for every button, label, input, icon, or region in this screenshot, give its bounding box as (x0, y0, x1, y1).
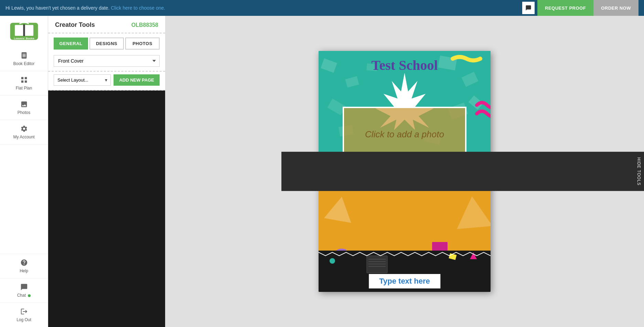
book-icon (20, 52, 28, 59)
grid-icon (20, 76, 28, 84)
logout-icon (20, 308, 28, 315)
photo-placeholder-text: Click to add a photo (365, 129, 444, 140)
chat-online-dot (28, 294, 31, 297)
creator-tools-header: Creator Tools OLB88358 (48, 16, 165, 33)
tab-general[interactable]: GENERAL (54, 38, 88, 50)
layout-select-wrap: Select Layout... Layout 1 Layout 2 ▼ (54, 74, 111, 86)
sidebar-item-my-account-label: My Account (13, 135, 34, 139)
chat-bubble-icon (525, 5, 532, 11)
creator-tools-title: Creator Tools (55, 21, 95, 29)
content-area: HIDE TOOLS (165, 16, 644, 327)
bottom-black-strip: Type text here (319, 251, 491, 292)
svg-rect-6 (345, 76, 359, 87)
layout-row: Select Layout... Layout 1 Layout 2 ▼ ADD… (48, 72, 165, 91)
notification-text: Hi Lewis, you haven't yet chosen a deliv… (6, 5, 165, 11)
logo-area: Leavers' Books (7, 19, 41, 43)
main-layout: Leavers' Books Book Editor Flat Plan Pho… (0, 16, 644, 327)
sidebar-item-logout[interactable]: Log Out (0, 303, 48, 327)
sidebar: Leavers' Books Book Editor Flat Plan Pho… (0, 16, 48, 327)
school-name: Test School (319, 57, 491, 73)
text-placeholder-box[interactable]: Type text here (369, 274, 440, 288)
sidebar-item-help[interactable]: Help (0, 254, 48, 278)
layout-select[interactable]: Select Layout... Layout 1 Layout 2 (54, 74, 111, 86)
cover-orange-bottom: Type text here (319, 183, 491, 292)
creator-tools-code: OLB88358 (131, 22, 158, 28)
svg-rect-2 (24, 25, 33, 36)
svg-rect-8 (462, 72, 479, 87)
creator-tools-panel: Creator Tools OLB88358 GENERAL DESIGNS P… (48, 16, 165, 327)
hide-tools-button[interactable]: HIDE TOOLS (281, 152, 644, 191)
gear-icon (20, 125, 28, 133)
sidebar-item-flat-plan-label: Flat Plan (16, 86, 32, 91)
photo-icon (20, 101, 28, 108)
sidebar-item-flat-plan[interactable]: Flat Plan (0, 71, 48, 96)
svg-rect-1 (15, 25, 23, 36)
creator-tools-tabs: GENERAL DESIGNS PHOTOS (48, 33, 165, 52)
request-proof-button[interactable]: REQUEST PROOF (537, 0, 593, 16)
sidebar-item-chat[interactable]: Chat (0, 278, 48, 303)
sidebar-item-logout-label: Log Out (17, 317, 31, 322)
text-placeholder-label: Type text here (379, 277, 430, 285)
notification-bar: Hi Lewis, you haven't yet chosen a deliv… (0, 0, 644, 16)
choose-delivery-link[interactable]: Click here to choose one. (111, 5, 165, 11)
svg-rect-20 (367, 256, 387, 273)
tab-designs[interactable]: DESIGNS (89, 38, 124, 50)
sidebar-item-help-label: Help (20, 268, 28, 273)
leavers-books-logo: Leavers' Books (9, 21, 40, 42)
sidebar-item-book-editor-label: Book Editor (13, 61, 34, 66)
svg-marker-16 (324, 194, 355, 223)
svg-point-25 (330, 258, 335, 264)
page-dropdown-section: Front Cover Back Cover Page 1 Page 2 (48, 52, 165, 72)
page-select[interactable]: Front Cover Back Cover Page 1 Page 2 (54, 55, 160, 67)
order-now-button[interactable]: ORDER NOW (593, 0, 638, 16)
sidebar-item-my-account[interactable]: My Account (0, 120, 48, 145)
svg-marker-17 (454, 195, 491, 229)
sidebar-item-photos-label: Photos (18, 110, 30, 115)
chat-icon (20, 283, 28, 291)
add-new-page-button[interactable]: ADD NEW PAGE (114, 74, 160, 86)
sidebar-item-chat-label: Chat (17, 293, 31, 298)
sidebar-item-book-editor[interactable]: Book Editor (0, 47, 48, 71)
chat-icon-button[interactable] (522, 2, 535, 14)
question-icon (20, 259, 28, 266)
tab-photos[interactable]: PHOTOS (125, 38, 160, 50)
svg-text:Leavers' Books: Leavers' Books (14, 37, 34, 40)
svg-rect-3 (23, 24, 25, 36)
svg-marker-27 (470, 252, 477, 259)
sidebar-item-photos[interactable]: Photos (0, 96, 48, 120)
